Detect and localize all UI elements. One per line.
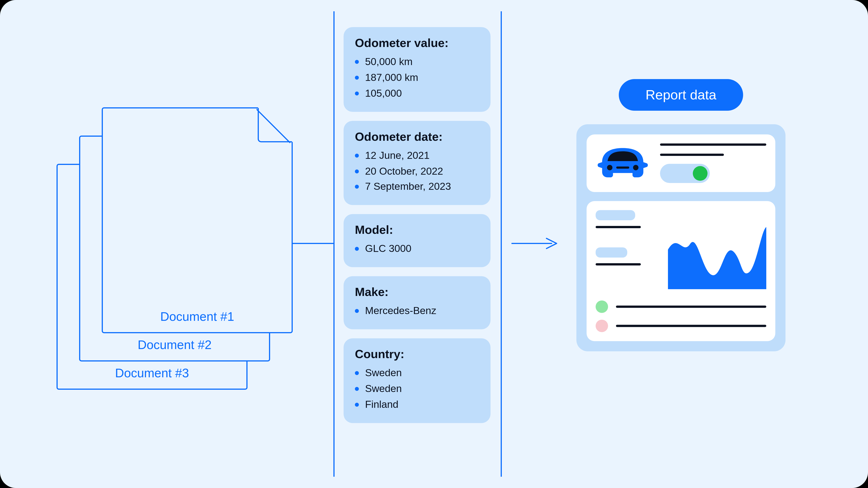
placeholder-line xyxy=(660,154,724,156)
card-model: Model: GLC 3000 xyxy=(344,214,491,267)
list-item: 187,000 km xyxy=(355,70,479,86)
legend-dot-green-icon xyxy=(596,300,608,313)
legend-row xyxy=(596,320,766,332)
card-title: Odometer value: xyxy=(355,36,479,50)
document-label: Document #3 xyxy=(58,366,246,381)
card-title: Make: xyxy=(355,285,479,299)
divider-rail-right xyxy=(501,11,502,477)
card-odometer-date: Odometer date: 12 June, 2021 20 October,… xyxy=(344,121,491,205)
report-body-panel xyxy=(587,201,775,341)
report-pill-label: Report data xyxy=(646,87,717,103)
placeholder-line xyxy=(660,143,766,146)
status-toggle xyxy=(660,164,710,183)
card-odometer-value: Odometer value: 50,000 km 187,000 km 105… xyxy=(344,27,491,111)
placeholder-line xyxy=(596,226,641,228)
report-section: Report data xyxy=(577,79,785,351)
placeholder-pill xyxy=(596,210,635,220)
document-label: Document #1 xyxy=(103,310,291,324)
card-make: Make: Mercedes-Benz xyxy=(344,276,491,329)
list-item: Finland xyxy=(355,397,479,413)
report-data-pill: Report data xyxy=(619,79,743,111)
placeholder-line xyxy=(616,325,766,327)
list-item: 50,000 km xyxy=(355,54,479,70)
list-item: Mercedes-Benz xyxy=(355,303,479,319)
document-stack: Document #3 Document #2 Document #1 xyxy=(57,107,294,401)
report-header-panel xyxy=(587,134,775,192)
list-item: GLC 3000 xyxy=(355,241,479,257)
card-title: Country: xyxy=(355,348,479,361)
page-fold-edge xyxy=(256,108,291,143)
placeholder-line xyxy=(616,306,766,308)
document-label: Document #2 xyxy=(80,338,269,352)
diagram-canvas: Document #3 Document #2 Document #1 Odom… xyxy=(0,0,868,488)
card-title: Model: xyxy=(355,223,479,237)
document-1: Document #1 xyxy=(102,107,293,333)
extracted-data-column: Odometer value: 50,000 km 187,000 km 105… xyxy=(344,27,491,423)
list-item: 12 June, 2021 xyxy=(355,148,479,164)
report-card xyxy=(577,124,785,351)
list-item: 105,000 xyxy=(355,86,479,101)
area-chart-icon xyxy=(668,210,766,289)
placeholder-pill xyxy=(596,248,627,258)
arrow-icon xyxy=(512,243,557,244)
divider-rail-left xyxy=(333,11,335,477)
legend-row xyxy=(596,300,766,313)
card-country: Country: Sweden Sweden Finland xyxy=(344,338,491,423)
list-item: Sweden xyxy=(355,381,479,397)
car-icon xyxy=(596,143,650,183)
list-item: 7 September, 2023 xyxy=(355,180,479,195)
svg-rect-3 xyxy=(616,166,629,169)
list-item: 20 October, 2022 xyxy=(355,164,479,180)
connector-line xyxy=(293,243,333,244)
card-title: Odometer date: xyxy=(355,130,479,143)
svg-point-1 xyxy=(607,165,612,170)
list-item: Sweden xyxy=(355,365,479,381)
legend-dot-pink-icon xyxy=(596,320,608,332)
toggle-knob-icon xyxy=(693,166,708,181)
placeholder-line xyxy=(596,263,641,265)
svg-point-2 xyxy=(633,165,639,170)
